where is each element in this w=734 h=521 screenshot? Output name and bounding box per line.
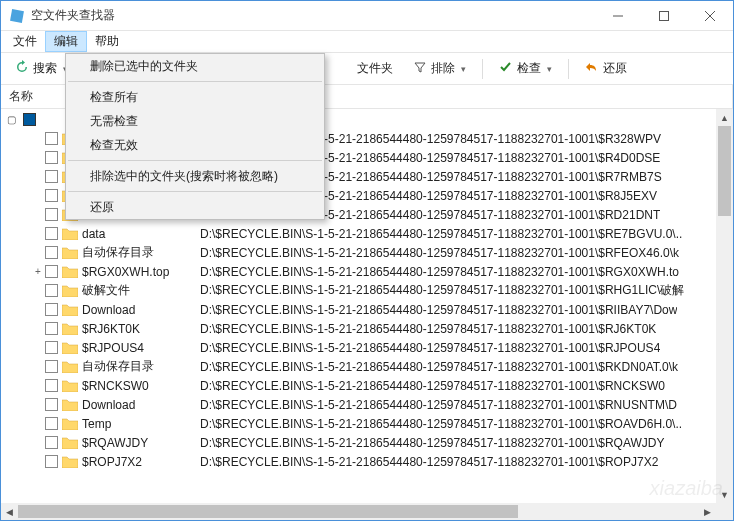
- scrollbar-corner: [716, 503, 733, 520]
- row-checkbox[interactable]: [45, 132, 58, 145]
- row-path: D:\$RECYCLE.BIN\S-1-5-21-2186544480-1259…: [200, 417, 682, 431]
- row-name: Download: [82, 398, 200, 412]
- table-row[interactable]: DownloadD:\$RECYCLE.BIN\S-1-5-21-2186544…: [1, 300, 733, 319]
- row-checkbox[interactable]: [45, 417, 58, 430]
- table-row[interactable]: 自动保存目录D:\$RECYCLE.BIN\S-1-5-21-218654448…: [1, 243, 733, 262]
- titlebar: 空文件夹查找器: [1, 1, 733, 31]
- scroll-thumb[interactable]: [718, 126, 731, 216]
- app-icon: [9, 8, 25, 24]
- chevron-down-icon: ▾: [547, 64, 552, 74]
- menu-check-invalid[interactable]: 检查无效: [66, 133, 324, 157]
- menu-separator: [68, 160, 322, 161]
- row-path: D:\$RECYCLE.BIN\S-1-5-21-2186544480-1259…: [200, 360, 678, 374]
- folder-icon: [62, 398, 78, 411]
- table-row[interactable]: 破解文件D:\$RECYCLE.BIN\S-1-5-21-2186544480-…: [1, 281, 733, 300]
- menu-exclude-selected[interactable]: 排除选中的文件夹(搜索时将被忽略): [66, 164, 324, 188]
- row-checkbox[interactable]: [45, 227, 58, 240]
- check-button[interactable]: 检查▾: [491, 57, 560, 80]
- scroll-thumb[interactable]: [18, 505, 518, 518]
- folder-icon: [62, 360, 78, 373]
- row-name: $RNCKSW0: [82, 379, 200, 393]
- table-row[interactable]: $RJ6KT0KD:\$RECYCLE.BIN\S-1-5-21-2186544…: [1, 319, 733, 338]
- row-name: $RJPOUS4: [82, 341, 200, 355]
- menu-check-all[interactable]: 检查所有: [66, 85, 324, 109]
- row-name: 破解文件: [82, 282, 200, 299]
- scroll-left-button[interactable]: ◀: [1, 503, 18, 520]
- row-checkbox[interactable]: [45, 360, 58, 373]
- menubar: 文件 编辑 帮助: [1, 31, 733, 53]
- row-path: D:\$RECYCLE.BIN\S-1-5-21-2186544480-1259…: [200, 246, 679, 260]
- table-row[interactable]: 自动保存目录D:\$RECYCLE.BIN\S-1-5-21-218654448…: [1, 357, 733, 376]
- scroll-down-button[interactable]: ▼: [716, 486, 733, 503]
- horizontal-scrollbar[interactable]: ◀ ▶: [1, 503, 716, 520]
- vertical-scrollbar[interactable]: ▲ ▼: [716, 109, 733, 503]
- collapse-icon[interactable]: ▢: [7, 114, 19, 125]
- row-path: D:\$RECYCLE.BIN\S-1-5-21-2186544480-1259…: [200, 455, 658, 469]
- find-empty-button[interactable]: 文件夹: [349, 57, 401, 80]
- row-path: D:\$RECYCLE.BIN\S-1-5-21-2186544480-1259…: [200, 379, 665, 393]
- menu-edit[interactable]: 编辑: [45, 31, 87, 52]
- root-checkbox[interactable]: [23, 113, 36, 126]
- restore-button[interactable]: 还原: [577, 57, 635, 80]
- row-checkbox[interactable]: [45, 455, 58, 468]
- menu-delete-selected[interactable]: 删除已选中的文件夹: [66, 54, 324, 78]
- watermark: xiazaiba: [650, 477, 723, 500]
- scroll-up-button[interactable]: ▲: [716, 109, 733, 126]
- scroll-right-button[interactable]: ▶: [699, 503, 716, 520]
- row-checkbox[interactable]: [45, 379, 58, 392]
- folder-icon: [62, 341, 78, 354]
- row-path: D:\$RECYCLE.BIN\S-1-5-21-2186544480-1259…: [200, 265, 679, 279]
- menu-file[interactable]: 文件: [5, 31, 45, 52]
- menu-separator: [68, 81, 322, 82]
- table-row[interactable]: $RJPOUS4D:\$RECYCLE.BIN\S-1-5-21-2186544…: [1, 338, 733, 357]
- row-checkbox[interactable]: [45, 303, 58, 316]
- row-checkbox[interactable]: [45, 322, 58, 335]
- folder-icon: [62, 322, 78, 335]
- row-checkbox[interactable]: [45, 189, 58, 202]
- maximize-button[interactable]: [641, 1, 687, 31]
- edit-dropdown-menu: 删除已选中的文件夹 检查所有 无需检查 检查无效 排除选中的文件夹(搜索时将被忽…: [65, 53, 325, 220]
- row-path: D:\$RECYCLE.BIN\S-1-5-21-2186544480-1259…: [200, 303, 677, 317]
- toolbar-separator: [568, 59, 569, 79]
- expand-icon[interactable]: +: [31, 266, 45, 277]
- row-checkbox[interactable]: [45, 436, 58, 449]
- close-button[interactable]: [687, 1, 733, 31]
- row-name: $RJ6KT0K: [82, 322, 200, 336]
- row-checkbox[interactable]: [45, 398, 58, 411]
- row-checkbox[interactable]: [45, 246, 58, 259]
- menu-help[interactable]: 帮助: [87, 31, 127, 52]
- check-icon: [499, 60, 513, 77]
- row-name: $ROPJ7X2: [82, 455, 200, 469]
- table-row[interactable]: +$RGX0XWH.topD:\$RECYCLE.BIN\S-1-5-21-21…: [1, 262, 733, 281]
- row-checkbox[interactable]: [45, 151, 58, 164]
- table-row[interactable]: TempD:\$RECYCLE.BIN\S-1-5-21-2186544480-…: [1, 414, 733, 433]
- table-row[interactable]: $RQAWJDYD:\$RECYCLE.BIN\S-1-5-21-2186544…: [1, 433, 733, 452]
- row-checkbox[interactable]: [45, 265, 58, 278]
- row-name: data: [82, 227, 200, 241]
- row-checkbox[interactable]: [45, 284, 58, 297]
- row-name: $RQAWJDY: [82, 436, 200, 450]
- table-row[interactable]: $RNCKSW0D:\$RECYCLE.BIN\S-1-5-21-2186544…: [1, 376, 733, 395]
- menu-uncheck-all[interactable]: 无需检查: [66, 109, 324, 133]
- table-row[interactable]: dataD:\$RECYCLE.BIN\S-1-5-21-2186544480-…: [1, 224, 733, 243]
- row-checkbox[interactable]: [45, 208, 58, 221]
- menu-restore[interactable]: 还原: [66, 195, 324, 219]
- table-row[interactable]: $ROPJ7X2D:\$RECYCLE.BIN\S-1-5-21-2186544…: [1, 452, 733, 471]
- folder-icon: [62, 227, 78, 240]
- minimize-button[interactable]: [595, 1, 641, 31]
- app-window: 空文件夹查找器 文件 编辑 帮助 搜索▾ 文件夹 排除▾ 检查▾ 还原: [0, 0, 734, 521]
- row-checkbox[interactable]: [45, 170, 58, 183]
- row-name: $RGX0XWH.top: [82, 265, 200, 279]
- row-name: Download: [82, 303, 200, 317]
- row-checkbox[interactable]: [45, 341, 58, 354]
- row-path: D:\$RECYCLE.BIN\S-1-5-21-2186544480-1259…: [200, 398, 677, 412]
- table-row[interactable]: DownloadD:\$RECYCLE.BIN\S-1-5-21-2186544…: [1, 395, 733, 414]
- undo-icon: [585, 60, 599, 77]
- folder-icon: [62, 436, 78, 449]
- folder-icon: [62, 303, 78, 316]
- row-path: D:\$RECYCLE.BIN\S-1-5-21-2186544480-1259…: [200, 436, 665, 450]
- window-title: 空文件夹查找器: [31, 7, 595, 24]
- sort-button[interactable]: 排除▾: [405, 57, 474, 80]
- folder-icon: [62, 455, 78, 468]
- row-path: D:\$RECYCLE.BIN\S-1-5-21-2186544480-1259…: [200, 227, 682, 241]
